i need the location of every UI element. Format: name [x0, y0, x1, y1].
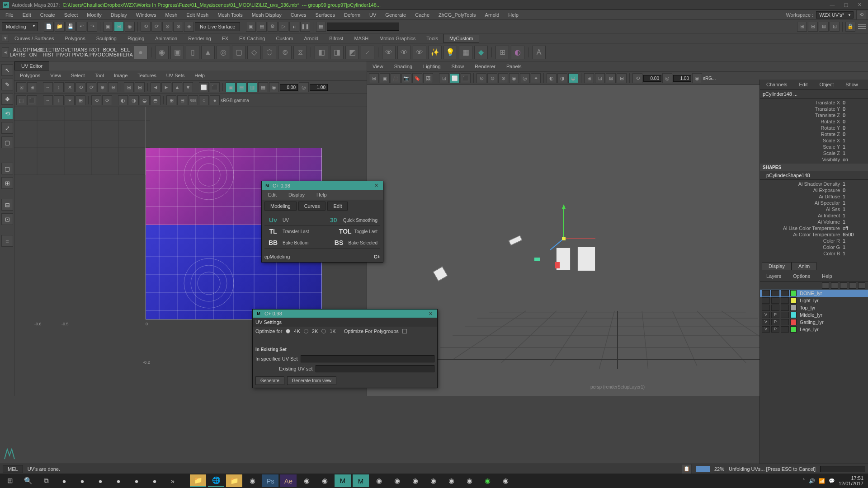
shelf-custom-6[interactable]: ROTA.PIVOT: [88, 46, 101, 59]
shelf-tab-polygons[interactable]: Polygons: [59, 34, 90, 42]
uv-tb14[interactable]: ▲: [172, 82, 182, 92]
shelf-tab-tools[interactable]: Tools: [421, 34, 443, 42]
menu-zhcg[interactable]: ZhCG_PolyTools: [435, 11, 480, 19]
panel-btn-3[interactable]: ⊠: [819, 22, 829, 32]
cb-attr-row[interactable]: Rotate Y0: [760, 125, 868, 131]
layer-btn-3[interactable]: [840, 282, 847, 289]
layer-playback-toggle[interactable]: [771, 290, 779, 296]
tool-icon[interactable]: BS: [333, 239, 345, 246]
shelf-tab-bifrost[interactable]: Bifrost: [324, 34, 349, 42]
uv-tb19[interactable]: ▤: [236, 82, 246, 92]
cb-attr-row[interactable]: Translate Z0: [760, 112, 868, 118]
shelf-tab-fx[interactable]: FX: [217, 34, 234, 42]
menu-editmesh[interactable]: Edit Mesh: [183, 11, 212, 19]
uv-tb2[interactable]: ⊞: [27, 82, 37, 92]
shelf-tab-mycustom[interactable]: MyCustom: [443, 34, 479, 43]
shelf-grid2[interactable]: ▦: [459, 46, 472, 59]
vp-tb2[interactable]: ▣: [380, 73, 390, 83]
layer-btn-5[interactable]: [858, 282, 865, 289]
shelf-prim-torus[interactable]: ◎: [217, 46, 230, 59]
vp-tb14[interactable]: ◎: [520, 73, 530, 83]
existing-uv-field[interactable]: [316, 365, 434, 372]
uv-t2-16[interactable]: ○: [199, 95, 209, 105]
cb-attr-row[interactable]: Rotate Z0: [760, 131, 868, 137]
hist4-button[interactable]: ⊛: [173, 22, 183, 32]
layer-row[interactable]: Light_lyr: [760, 297, 868, 304]
shelf-shade[interactable]: ◐: [511, 46, 524, 59]
menu-meshdisplay[interactable]: Mesh Display: [248, 11, 285, 19]
shelf-wire[interactable]: ⊞: [495, 46, 509, 59]
polygroups-checkbox[interactable]: [402, 329, 407, 333]
live-surface-field[interactable]: No Live Surface: [195, 22, 240, 31]
shelf-tab-custom[interactable]: Custom: [271, 34, 299, 42]
shelf-prim-disk[interactable]: ◇: [247, 46, 261, 59]
vp-tb17[interactable]: ◑: [557, 73, 567, 83]
cb-attr-row[interactable]: Color G1: [760, 244, 868, 250]
shelf-menu-icon[interactable]: ▾: [2, 35, 9, 42]
uv-tb17[interactable]: ⬛: [210, 82, 220, 92]
render-settings-button[interactable]: ⚙: [268, 22, 278, 32]
vp-tb10[interactable]: ⊙: [476, 73, 486, 83]
layer-row[interactable]: DONE_lyr: [760, 290, 868, 297]
uv-t2-9[interactable]: ◐: [118, 95, 128, 105]
menu-select[interactable]: Select: [61, 11, 82, 19]
uv-t2-15[interactable]: RGB: [188, 95, 198, 105]
uv-menu-select[interactable]: Select: [67, 72, 89, 79]
uv-tb22[interactable]: ◉: [269, 82, 279, 92]
uv-tb3[interactable]: ↔: [43, 82, 53, 92]
menu-curves[interactable]: Curves: [287, 11, 310, 19]
menu-display[interactable]: Display: [107, 11, 131, 19]
gizmo-plane[interactable]: [534, 258, 540, 261]
layer-menu-options[interactable]: Options: [789, 272, 814, 280]
menu-meshtools[interactable]: Mesh Tools: [214, 11, 246, 19]
vp-tb5[interactable]: 🔖: [412, 73, 422, 83]
vp-field2[interactable]: 1.00: [673, 75, 691, 82]
menu-uv[interactable]: UV: [366, 11, 380, 19]
taskbar-ps[interactable]: Ps: [262, 474, 278, 487]
taskbar-app-4[interactable]: ●: [110, 474, 127, 487]
shelf-prim-helix[interactable]: ⧖: [293, 46, 307, 59]
rotate-tool[interactable]: ⟲: [1, 108, 13, 119]
taskbar-maya-2[interactable]: M: [353, 474, 369, 487]
ipr-button[interactable]: ▤: [257, 22, 267, 32]
playblast-button[interactable]: ▷: [278, 22, 288, 32]
menu-create[interactable]: Create: [37, 11, 59, 19]
cplus-dialog[interactable]: M C+ 0.98 ✕ Edit Display Help Modeling C…: [261, 181, 383, 263]
d1-menu-display[interactable]: Display: [285, 191, 308, 198]
uv-t2-5[interactable]: ✶: [65, 95, 75, 105]
vp-tb7[interactable]: ⊡: [439, 73, 449, 83]
lock-icon[interactable]: 🔒: [845, 22, 855, 32]
cb-shape-name[interactable]: pCylinderShape148: [760, 171, 868, 180]
radio-2k[interactable]: [304, 329, 308, 333]
redo-button[interactable]: ↷: [87, 22, 97, 32]
shelf-combine[interactable]: ◧: [315, 46, 328, 59]
close-icon[interactable]: ✕: [373, 183, 380, 188]
command-field[interactable]: [327, 23, 399, 31]
cb-attr-row[interactable]: Ai Shadow Density1: [760, 181, 868, 187]
taskbar-app-6[interactable]: ●: [146, 474, 163, 487]
radio-4k[interactable]: [286, 329, 290, 333]
uv-tb18[interactable]: ▣: [226, 82, 236, 92]
shelf-mash-icon[interactable]: ◆: [474, 46, 488, 59]
menu-file[interactable]: File: [2, 11, 17, 19]
last-tool[interactable]: ▢: [1, 136, 13, 148]
uv-tb5[interactable]: ✕: [65, 82, 75, 92]
cb-attr-row[interactable]: Color B1: [760, 250, 868, 257]
cplus-dialog-title-bar[interactable]: M C+ 0.98 ✕: [262, 181, 383, 190]
vp-menu-lighting[interactable]: Lighting: [420, 63, 444, 70]
cb-attr-row[interactable]: Ai Specular1: [760, 200, 868, 206]
mode-dropdown[interactable]: Modeling ▼: [2, 22, 38, 31]
uv-u-field[interactable]: 0.00: [280, 84, 298, 91]
shelf-nav-icon[interactable]: ◂: [2, 47, 9, 57]
cb-attr-row[interactable]: Ai Sss1: [760, 206, 868, 212]
cb-attr-row[interactable]: Rotate X0: [760, 118, 868, 125]
layout-single[interactable]: ▢: [1, 163, 13, 174]
uv-tb7[interactable]: ⟳: [86, 82, 96, 92]
vp-tb11[interactable]: ⊚: [487, 73, 497, 83]
shelf-sphere-icon[interactable]: ●: [134, 46, 147, 59]
shelf-tab-arnold[interactable]: Arnold: [298, 34, 324, 42]
layout-button[interactable]: ▦: [316, 22, 326, 32]
shelf-eye3[interactable]: 👁: [413, 46, 426, 59]
tray-volume-icon[interactable]: 🔊: [809, 478, 815, 484]
uv-menu-help[interactable]: Help: [191, 72, 208, 79]
